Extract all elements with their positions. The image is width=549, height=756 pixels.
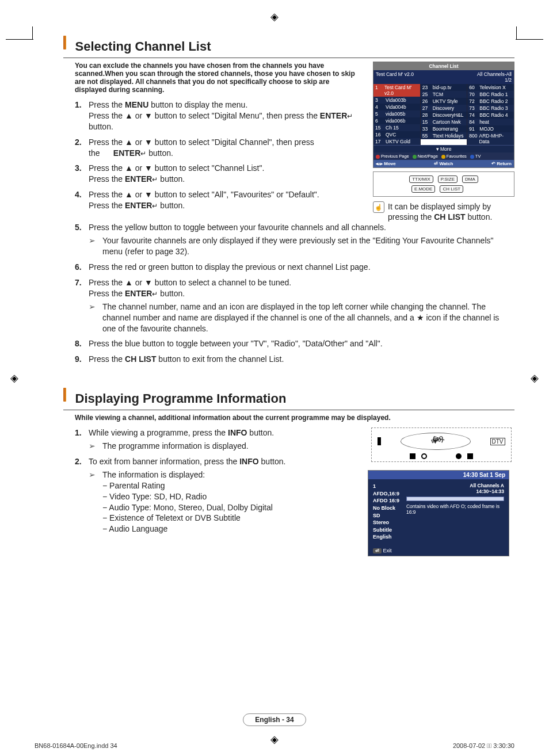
print-metadata: BN68-01684A-00Eng.indd 34 2008-07-02 ￿￿ …: [35, 742, 514, 749]
channel-row: 84heat: [467, 119, 514, 125]
info-item: − Video Type: SD, HD, Radio: [89, 491, 362, 502]
enter-icon: ↵: [152, 202, 158, 210]
step-number: 2.: [75, 456, 89, 534]
section2-title-wrap: Displaying Programme Information: [63, 381, 514, 408]
sub-arrow-icon: ➢: [89, 441, 102, 452]
section1-title: Selecting Channel List: [71, 39, 211, 54]
remote-btn-psize: P.SIZE: [438, 175, 458, 183]
enter-icon: ↵: [140, 150, 146, 158]
info-item: − Parental Rating: [89, 480, 362, 491]
channel-row: 26UKTV Style: [421, 98, 467, 105]
chlist-note: ☝ It can be displayed simply by pressing…: [373, 201, 514, 222]
remote-btn-chlist: CH LIST: [440, 185, 463, 193]
step-number: 3.: [75, 163, 89, 185]
sub-arrow-icon: ➢: [89, 235, 102, 257]
channel-row: 5vida005b: [373, 110, 420, 117]
enter-key: ENTER: [113, 148, 140, 158]
section1-intro: You can exclude the channels you have ch…: [63, 62, 363, 94]
channel-row: 33Boomerang: [421, 125, 467, 132]
section2-intro: While viewing a channel, additional info…: [63, 414, 512, 422]
channel-row: 73BBC Radio 3: [467, 105, 514, 112]
remote-nav-sketch: INFO EXIT ▼ DTV: [371, 427, 512, 462]
channel-row: 3Vida003b: [373, 97, 420, 104]
enter-icon: ↵: [152, 290, 158, 298]
section2-title: Displaying Programme Information: [71, 391, 287, 406]
channel-row: 27Discovery: [421, 105, 467, 112]
channel-row: 70BBC Radio 1: [467, 91, 514, 98]
info-panel-left-line: AFDO 16:9: [373, 497, 402, 505]
info-key: INFO: [239, 457, 258, 466]
info-panel-exit: Exit: [383, 548, 392, 553]
step-number: 1.: [75, 100, 89, 132]
hand-point-icon: ☝: [373, 201, 384, 213]
progress-bar: [406, 497, 504, 501]
info-panel-left-line: No Block: [373, 505, 402, 512]
channel-row: 800ARD-MHP-Data: [467, 132, 514, 145]
title-accent-bar: [63, 388, 66, 402]
info-panel-left-line: Stereo: [373, 519, 402, 526]
step-number: 6.: [75, 262, 89, 273]
remote-btn-dma: DMA: [462, 175, 478, 183]
channel-list-more: ▾ More: [373, 145, 514, 152]
enter-key: ENTER: [125, 289, 152, 298]
remote-btn-ttxmix: TTX/MIX: [409, 175, 433, 183]
step-number: 8.: [75, 338, 89, 349]
info-panel-left-line: SD: [373, 512, 402, 520]
section1-steps-cont: 5. Press the yellow button to toggle bet…: [75, 222, 514, 365]
step-number: 7.: [75, 277, 89, 334]
remote-buttons-sketch: TTX/MIX P.SIZE DMA E.MODE CH LIST x: [373, 171, 514, 197]
chlist-key: CH LIST: [125, 354, 156, 364]
info-item: − Existence of Teletext or DVB Subtitle: [89, 513, 362, 524]
channel-row: 25TCM: [421, 91, 467, 98]
info-item: − Audio Language: [89, 524, 362, 534]
sub-arrow-icon: ➢: [89, 301, 102, 334]
channel-row: 23bid-up.tv: [421, 84, 467, 91]
enter-key: ENTER: [125, 174, 152, 184]
section1-title-wrap: Selecting Channel List: [63, 29, 514, 56]
enter-key: ENTER: [125, 201, 152, 210]
channel-list-title: Channel List: [373, 62, 514, 70]
info-panel-left-line: 1 AFDO,16:9: [373, 483, 402, 497]
channel-row: 17UKTV Gold: [373, 138, 420, 145]
dtv-logo: DTV: [490, 438, 505, 445]
step-number: 1.: [75, 427, 89, 452]
enter-icon: ↵: [152, 176, 158, 184]
step-number: 9.: [75, 354, 89, 365]
page-footer: English - 34: [0, 713, 549, 726]
info-panel-left-line: English: [373, 533, 402, 541]
menu-key: MENU: [125, 100, 148, 109]
info-key: INFO: [228, 428, 247, 437]
programme-info-panel: 14:30 Sat 1 Sep 1 AFDO,16:9AFDO 16:9No B…: [368, 470, 509, 556]
step-number: 2.: [75, 137, 89, 159]
enter-icon: ↵: [347, 112, 353, 120]
channel-row: 91MOJO: [467, 125, 514, 132]
channel-row: 4Vida004b: [373, 104, 420, 110]
channel-row: 74BBC Radio 4: [467, 112, 514, 119]
step-number: 5.: [75, 222, 89, 257]
info-panel-desc: Contains video with AFD O; coded frame i…: [406, 503, 504, 515]
channel-row: 15Cartoon Nwk: [421, 119, 467, 125]
section1-steps: 1. Press the MENU button to display the …: [75, 100, 367, 211]
page-number-tag: English - 34: [243, 713, 306, 726]
channel-row: 1Test Card M' v2.0: [373, 84, 420, 97]
info-item: − Audio Type: Mono, Stereo, Dual, Dolby …: [89, 502, 362, 513]
channel-row: 60Television X: [467, 84, 514, 91]
sub-arrow-icon: ➢: [89, 469, 102, 480]
channel-row: 28DiscoveryH&L: [421, 112, 467, 119]
channel-row: 15Ch 15: [373, 124, 420, 131]
channel-row: 72BBC Radio 2: [467, 98, 514, 105]
info-panel-left-line: Subtitle: [373, 526, 402, 534]
arrow-down-icon: ▼: [432, 437, 439, 445]
remote-btn-emode: E.MODE: [411, 185, 436, 193]
channel-row: 55Ttext Holidays: [421, 132, 467, 139]
enter-key: ENTER: [320, 111, 347, 120]
info-panel-time: 14:30 Sat 1 Sep: [368, 471, 509, 479]
channel-row: 16QVC: [373, 131, 420, 138]
section2-steps: 1. While viewing a programme, press the …: [75, 427, 362, 534]
channel-list-meta-left: Test Card M' v2.0: [376, 71, 414, 83]
title-accent-bar: [63, 36, 66, 49]
channel-list-legend: Previous Page Next/Page Favourites TV: [373, 152, 514, 160]
channel-row: 6vida006b: [373, 117, 420, 124]
step-number: 4.: [75, 189, 89, 211]
channel-list-screenshot: Channel List Test Card M' v2.0 All Chann…: [373, 62, 514, 168]
